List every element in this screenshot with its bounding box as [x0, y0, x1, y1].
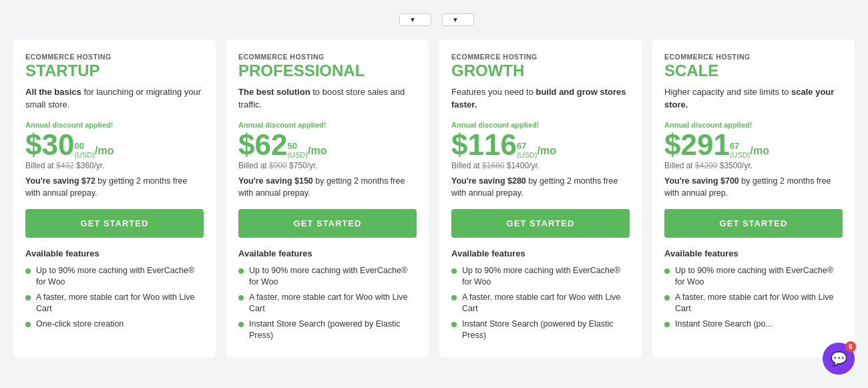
- feature-item-professional-0: Up to 90% more caching with EverCache® f…: [238, 265, 417, 288]
- price-usd-scale: (USD): [730, 151, 750, 160]
- price-cents-wrap-scale: 67 (USD): [730, 137, 750, 160]
- feature-item-startup-1: A faster, more stable cart for Woo with …: [25, 292, 204, 315]
- billed-at-startup: Billed at $432 $360/yr.: [25, 161, 204, 170]
- plan-card-scale: Ecommerce Hosting Scale Higher capacity …: [652, 39, 855, 357]
- get-started-button-startup[interactable]: Get Started: [25, 209, 204, 238]
- price-usd-startup: (USD): [74, 151, 95, 160]
- price-cents-professional: 50: [287, 141, 308, 152]
- price-main-professional: $62: [238, 130, 287, 160]
- plan-name-professional: Professional: [238, 62, 417, 79]
- features-title-professional: Available features: [238, 248, 417, 258]
- plan-name-growth: Growth: [451, 62, 630, 79]
- price-header: ▼ ▼: [11, 13, 857, 26]
- price-row-professional: $62 50 (USD) /mo: [238, 130, 417, 160]
- price-cents-startup: 00: [74, 141, 95, 152]
- features-title-growth: Available features: [451, 248, 630, 258]
- plan-card-growth: Ecommerce Hosting Growth Features you ne…: [439, 39, 642, 357]
- price-row-scale: $291 67 (USD) /mo: [664, 130, 843, 160]
- chat-button[interactable]: 💬 6: [823, 343, 855, 375]
- billed-original-professional: $900: [269, 161, 287, 170]
- feature-item-growth-2: Instant Store Search (powered by Elastic…: [451, 319, 630, 341]
- billed-original-scale: $4200: [695, 161, 717, 170]
- get-started-button-growth[interactable]: Get Started: [451, 209, 630, 238]
- price-main-scale: $291: [664, 130, 730, 160]
- price-per-mo-professional: /mo: [308, 145, 327, 160]
- feature-item-scale-2: Instant Store Search (po...: [664, 319, 843, 330]
- feature-item-professional-1: A faster, more stable cart for Woo with …: [238, 292, 417, 315]
- plan-card-professional: Ecommerce Hosting Professional The best …: [226, 39, 429, 357]
- plan-card-startup: Ecommerce Hosting Startup All the basics…: [13, 39, 216, 357]
- feature-item-startup-0: Up to 90% more caching with EverCache® f…: [25, 265, 204, 288]
- billed-original-startup: $432: [56, 161, 74, 170]
- price-row-growth: $116 67 (USD) /mo: [451, 130, 630, 160]
- plan-desc-professional: The best solution to boost store sales a…: [238, 86, 417, 113]
- feature-item-scale-0: Up to 90% more caching with EverCache® f…: [664, 265, 843, 288]
- chat-icon: 💬: [831, 351, 847, 367]
- price-usd-professional: (USD): [287, 151, 308, 160]
- saving-text-growth: You're saving $280 by getting 2 months f…: [451, 176, 630, 200]
- features-list-professional: Up to 90% more caching with EverCache® f…: [238, 265, 417, 341]
- price-cents-wrap-startup: 00 (USD): [74, 137, 95, 160]
- billing-cycle-dropdown[interactable]: ▼: [399, 13, 431, 26]
- price-per-mo-startup: /mo: [95, 145, 114, 160]
- chevron-down-icon: ▼: [409, 16, 416, 23]
- feature-item-growth-0: Up to 90% more caching with EverCache® f…: [451, 265, 630, 288]
- plan-desc-growth: Features you need to build and grow stor…: [451, 86, 630, 113]
- features-title-startup: Available features: [25, 248, 204, 258]
- billed-at-growth: Billed at $1680 $1400/yr.: [451, 161, 630, 170]
- plan-name-startup: Startup: [25, 62, 204, 79]
- price-cents-growth: 67: [517, 141, 537, 152]
- chat-badge: 6: [845, 341, 856, 352]
- price-usd-growth: (USD): [517, 151, 537, 160]
- features-list-growth: Up to 90% more caching with EverCache® f…: [451, 265, 630, 341]
- billed-original-growth: $1680: [482, 161, 504, 170]
- plan-category-professional: Ecommerce Hosting: [238, 53, 417, 61]
- plan-category-startup: Ecommerce Hosting: [25, 53, 204, 61]
- billed-at-scale: Billed at $4200 $3500/yr.: [664, 161, 843, 170]
- price-main-growth: $116: [451, 130, 517, 160]
- feature-item-startup-2: One-click store creation: [25, 319, 204, 330]
- saving-text-professional: You're saving $150 by getting 2 months f…: [238, 176, 417, 200]
- price-cents-wrap-professional: 50 (USD): [287, 137, 308, 160]
- price-per-mo-scale: /mo: [750, 145, 769, 160]
- chevron-down-icon: ▼: [452, 16, 459, 23]
- currency-dropdown[interactable]: ▼: [442, 13, 474, 26]
- plan-desc-startup: All the basics for launching or migratin…: [25, 86, 204, 113]
- price-per-mo-growth: /mo: [537, 145, 556, 160]
- saving-text-startup: You're saving $72 by getting 2 months fr…: [25, 176, 204, 200]
- plan-category-scale: Ecommerce Hosting: [664, 53, 843, 61]
- plans-grid: Ecommerce Hosting Startup All the basics…: [13, 39, 855, 357]
- billed-at-professional: Billed at $900 $750/yr.: [238, 161, 417, 170]
- plan-category-growth: Ecommerce Hosting: [451, 53, 630, 61]
- features-title-scale: Available features: [664, 248, 843, 258]
- features-list-scale: Up to 90% more caching with EverCache® f…: [664, 265, 843, 329]
- saving-text-scale: You're saving $700 by getting 2 months f…: [664, 176, 843, 200]
- plan-name-scale: Scale: [664, 62, 843, 79]
- price-cents-scale: 67: [730, 141, 750, 152]
- plan-desc-scale: Higher capacity and site limits to scale…: [664, 86, 843, 113]
- get-started-button-scale[interactable]: Get Started: [664, 209, 843, 238]
- features-list-startup: Up to 90% more caching with EverCache® f…: [25, 265, 204, 329]
- feature-item-growth-1: A faster, more stable cart for Woo with …: [451, 292, 630, 315]
- feature-item-scale-1: A faster, more stable cart for Woo with …: [664, 292, 843, 315]
- get-started-button-professional[interactable]: Get Started: [238, 209, 417, 238]
- feature-item-professional-2: Instant Store Search (powered by Elastic…: [238, 319, 417, 341]
- price-row-startup: $30 00 (USD) /mo: [25, 130, 204, 160]
- price-main-startup: $30: [25, 130, 74, 160]
- price-cents-wrap-growth: 67 (USD): [517, 137, 537, 160]
